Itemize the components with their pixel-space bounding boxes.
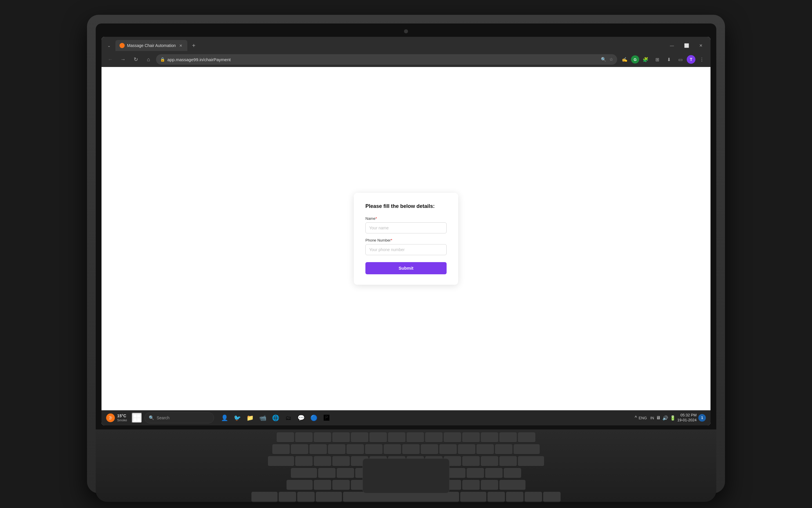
active-tab[interactable]: Massage Chair Automation ✕ <box>116 40 187 51</box>
weather-desc: Smoke <box>117 418 127 422</box>
key-quote <box>504 468 521 478</box>
copilot-button[interactable]: ✍ <box>619 54 630 65</box>
download-button[interactable]: ⬇ <box>664 54 674 65</box>
key-rbracket <box>499 456 517 467</box>
key-f12 <box>499 432 517 443</box>
win-logo-q3 <box>134 418 137 421</box>
taskbar-app-skype[interactable]: 💬 <box>295 412 307 424</box>
key-capslock <box>291 468 317 478</box>
key-f5 <box>370 432 387 443</box>
home-button[interactable]: ⌂ <box>143 54 154 65</box>
search-icon: 🔍 <box>149 415 154 420</box>
key-f1 <box>295 432 313 443</box>
close-button[interactable]: ✕ <box>694 41 708 50</box>
key-1 <box>291 444 308 455</box>
submit-button[interactable]: Submit <box>366 262 446 274</box>
key-0 <box>458 444 475 455</box>
key-slash <box>481 480 498 490</box>
taskbar-weather[interactable]: 🌫 15°C Smoke <box>106 414 127 422</box>
clock-date: 19-01-2024 <box>677 418 697 423</box>
taskbar-search[interactable]: 🔍 Search <box>144 412 214 423</box>
key-equals <box>495 444 512 455</box>
tab-bar: ⌄ Massage Chair Automation ✕ + — ⬜ ✕ <box>101 37 711 52</box>
forward-button[interactable]: → <box>118 54 128 65</box>
key-down <box>525 492 542 502</box>
clock-time: 05:32 PM <box>677 413 697 418</box>
taskbar-app-chrome[interactable]: 🔵 <box>308 412 319 424</box>
bookmark-icon[interactable]: ☆ <box>609 57 613 62</box>
form-card: Please fill the below details: Name* Pho… <box>354 193 458 285</box>
form-title: Please fill the below details: <box>366 203 446 209</box>
key-f8 <box>425 432 442 443</box>
trackpad[interactable] <box>362 458 450 493</box>
key-f3 <box>332 432 350 443</box>
name-required: * <box>376 216 377 221</box>
name-label: Name* <box>366 216 446 221</box>
tray-expand-icon[interactable]: ^ <box>635 415 637 420</box>
taskbar-app-edge[interactable]: 🌐 <box>270 412 281 424</box>
phone-input[interactable] <box>366 244 446 255</box>
key-ctrl <box>251 492 277 502</box>
keyboard-area <box>96 429 716 502</box>
notification-badge[interactable]: 1 <box>698 414 706 422</box>
key-row-1 <box>127 432 685 443</box>
address-bar[interactable]: 🔒 app.massage99.in/chairPayment 🔍 ☆ <box>156 54 617 65</box>
key-tab <box>268 456 294 467</box>
extensions-button[interactable]: 🧩 <box>640 54 651 65</box>
key-f4 <box>351 432 368 443</box>
taskbar-app-person[interactable]: 👤 <box>219 412 230 424</box>
taskbar-app-meet[interactable]: 📹 <box>257 412 268 424</box>
taskbar-app-explorer[interactable]: 🗂 <box>283 412 294 424</box>
key-lshift <box>287 480 313 490</box>
tab-close-button[interactable]: ✕ <box>178 43 183 48</box>
chrome-profile-avatar[interactable]: G <box>631 55 639 64</box>
key-left <box>487 492 505 502</box>
url-display: app.massage99.in/chairPayment <box>167 57 599 62</box>
name-input[interactable] <box>366 222 446 234</box>
key-enter <box>518 456 544 467</box>
taskbar-app-bird[interactable]: 🐦 <box>231 412 243 424</box>
taskbar-clock[interactable]: 05:32 PM 19-01-2024 <box>677 413 697 423</box>
tab-dropdown-button[interactable]: ⌄ <box>104 41 114 50</box>
win-logo-q1 <box>134 415 137 418</box>
key-f2 <box>314 432 331 443</box>
minimize-button[interactable]: — <box>665 41 679 50</box>
key-f11 <box>481 432 498 443</box>
key-ralt <box>460 492 486 502</box>
profile-avatar[interactable]: T <box>687 55 695 64</box>
sidebar-button[interactable]: ▭ <box>675 54 686 65</box>
maximize-button[interactable]: ⬜ <box>680 41 693 50</box>
menu-button[interactable]: ⋮ <box>696 54 707 65</box>
volume-icon[interactable]: 🔊 <box>663 415 668 421</box>
language-indicator[interactable]: ENG IN <box>639 416 654 420</box>
name-field-group: Name* <box>366 216 446 234</box>
zoom-icon: 🔍 <box>601 57 606 62</box>
key-a <box>318 468 336 478</box>
key-lalt <box>316 492 342 502</box>
key-q <box>295 456 313 467</box>
browser-chrome: ⌄ Massage Chair Automation ✕ + — ⬜ ✕ <box>101 37 711 67</box>
address-bar-row: ← → ↻ ⌂ 🔒 app.massage99.in/chairPayment … <box>101 52 711 67</box>
reload-button[interactable]: ↻ <box>130 54 141 65</box>
weather-text: 15°C Smoke <box>117 414 127 422</box>
back-button[interactable]: ← <box>105 54 116 65</box>
address-bar-icons: 🔍 ☆ <box>601 57 613 62</box>
key-esc <box>277 432 294 443</box>
key-backtick <box>272 444 290 455</box>
key-right <box>543 492 561 502</box>
tab-split-button[interactable]: ⊞ <box>652 54 663 65</box>
taskbar-right-tray: ^ ENG IN 🖥 🔊 🔋 05:32 PM 19-01-2024 1 <box>635 413 706 423</box>
start-button[interactable] <box>132 413 142 423</box>
tab-favicon <box>120 43 125 48</box>
key-5 <box>365 444 383 455</box>
browser-window: ⌄ Massage Chair Automation ✕ + — ⬜ ✕ <box>101 37 711 425</box>
key-backspace <box>514 444 540 455</box>
taskbar-app-files[interactable]: 📁 <box>244 412 256 424</box>
key-z <box>314 480 331 490</box>
new-tab-button[interactable]: + <box>189 41 198 50</box>
key-up <box>506 492 523 502</box>
key-row-2 <box>127 444 685 455</box>
taskbar-app-photoshop[interactable]: 🅿 <box>321 412 332 424</box>
monitor-icon: 🖥 <box>656 415 660 420</box>
key-8 <box>421 444 438 455</box>
